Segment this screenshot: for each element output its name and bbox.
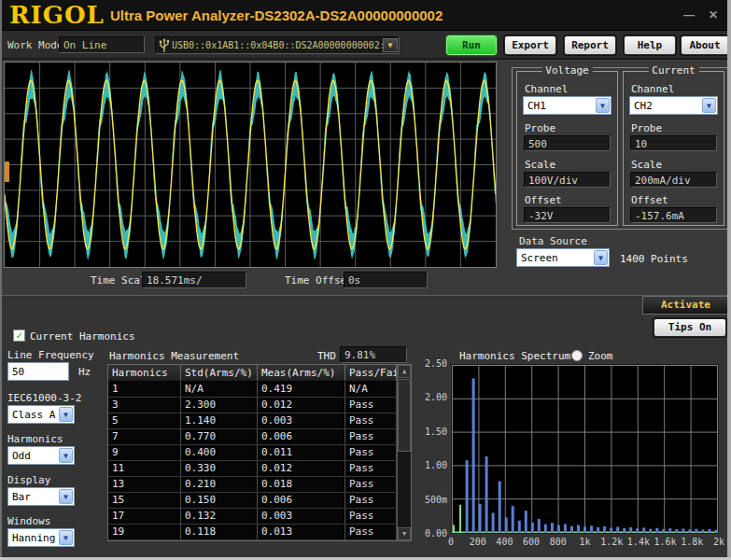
chevron-down-icon[interactable]: ▼ [383,38,398,52]
current-probe-value: 10 [630,135,717,151]
x-tick-label: 0 [448,537,454,547]
data-source-select[interactable]: Screen ▼ [516,248,610,267]
activate-button[interactable]: Activate [642,296,729,315]
tips-on-button[interactable]: Tips On [654,318,726,337]
windows-label: Windows [7,515,50,527]
y-tick-label: 500m [425,495,447,505]
table-cell: 0.150 [181,493,258,508]
table-cell: 0.006 [258,429,345,444]
run-button[interactable]: Run [446,35,497,55]
table-row[interactable]: 90.4000.011Pass [108,445,397,461]
y-tick-label: 1.00 [425,460,447,470]
table-cell: 0.003 [258,509,345,524]
measurement-title: Harmonics Measurement [109,350,239,362]
minimize-icon[interactable]: — [681,8,697,22]
line-frequency-input[interactable] [7,362,69,381]
spectrum-title: Harmonics Spectrum [459,350,570,362]
table-cell: 11 [108,461,181,476]
thd-value: 9.81% [340,346,407,363]
harmonics-mode-label: Harmonics [7,433,63,445]
current-scale-label: Scale [631,159,662,171]
table-cell: Pass [345,461,397,476]
zoom-radio-label: Zoom [588,350,613,362]
table-cell: 7 [108,429,181,444]
close-icon[interactable]: ✕ [705,8,722,22]
iec-class-select[interactable]: Class A ▼ [7,405,75,424]
table-cell: N/A [345,382,397,397]
table-cell: 0.018 [258,477,345,492]
y-tick-label: 1.50 [425,427,447,437]
table-row[interactable]: 110.3300.012Pass [108,461,397,477]
column-header[interactable]: Meas(Arms/%) [258,365,345,381]
table-cell: 17 [108,509,181,524]
table-row[interactable]: 32.3000.012Pass [108,398,397,413]
toolbar: Work Mode On Line USB0::0x1AB1::0x04B0::… [0,31,731,60]
current-probe-label: Probe [631,122,662,134]
time-offset-label: Time Offset [285,274,353,287]
current-channel-select[interactable]: CH2 ▼ [629,96,718,115]
chevron-down-icon: ▼ [702,98,716,113]
table-cell: 1.140 [181,413,258,428]
waveform-traces [5,63,496,267]
report-button[interactable]: Report [564,35,616,55]
chevron-down-icon: ▼ [594,250,608,265]
table-cell: 2.300 [181,398,258,413]
table-row[interactable]: 170.1320.003Pass [108,509,397,525]
table-cell: 0.012 [258,398,345,413]
trigger-level-marker [5,161,9,182]
chevron-down-icon: ▼ [59,489,73,504]
voltage-scale-label: Scale [525,159,555,171]
table-cell: 0.012 [258,461,345,476]
column-header[interactable]: Std(Arms/%) [181,365,258,381]
usb-device-select[interactable]: USB0::0x1AB1::0x04B0::DS2A00000000002:: … [155,36,400,54]
x-tick-label: 1.2k [600,537,623,547]
display-mode-label: Display [7,474,50,486]
display-mode-value: Bar [8,491,58,503]
voltage-group-title: Voltage [541,64,592,77]
table-row[interactable]: 150.1500.006Pass [108,493,397,509]
table-cell: 0.210 [181,477,258,492]
help-button[interactable]: Help [624,35,676,55]
table-cell: 0.132 [181,509,258,524]
hz-unit-label: Hz [78,366,91,378]
work-mode-label: Work Mode [7,39,63,51]
table-row[interactable]: 51.1400.003Pass [108,413,397,429]
points-count: 1400 Points [620,253,688,265]
export-button[interactable]: Export [504,35,556,55]
spectrum-plot [451,364,719,534]
spectrum-bars [452,365,718,533]
table-row[interactable]: 190.1180.013Pass [108,525,397,540]
table-cell: 0.006 [258,493,345,508]
table-cell: Pass [345,398,397,413]
about-button[interactable]: About [681,35,729,55]
window-edge [727,0,731,560]
x-tick-label: 600 [523,537,540,547]
table-cell: 9 [108,445,181,460]
data-source-value: Screen [517,252,593,264]
voltage-channel-select[interactable]: CH1 ▼ [523,96,612,115]
table-row[interactable]: 70.7700.006Pass [108,429,397,445]
chevron-down-icon: ▼ [59,530,73,545]
time-offset-value: 0s [344,272,428,288]
current-group-title: Current [648,64,698,77]
display-mode-select[interactable]: Bar ▼ [7,487,75,506]
table-row[interactable]: 130.2100.018Pass [108,477,397,493]
voltage-scale-value: 100V/div [524,172,611,188]
table-cell: 1 [108,382,181,397]
x-tick-label: 1k [579,537,590,547]
table-cell: 3 [108,398,181,413]
harmonics-mode-value: Odd [8,450,58,462]
column-header[interactable]: Harmonics [108,365,181,381]
current-harmonics-checkbox[interactable]: ✓ [13,329,25,342]
column-header[interactable]: Pass/Fail [345,365,397,381]
table-cell: Pass [345,509,397,524]
iec-standard-label: IEC61000-3-2 [7,392,81,404]
window-function-select[interactable]: Hanning ▼ [7,528,75,547]
voltage-channel-value: CH1 [524,100,595,112]
table-row[interactable]: 1N/A0.419N/A [108,382,397,398]
window-title: Ultra Power Analyzer-DS2302A-DS2A0000000… [110,7,443,23]
x-tick-label: 400 [496,537,513,547]
zoom-radio[interactable] [571,350,583,361]
harmonics-mode-select[interactable]: Odd ▼ [7,446,75,465]
current-channel-value: CH2 [630,100,701,112]
